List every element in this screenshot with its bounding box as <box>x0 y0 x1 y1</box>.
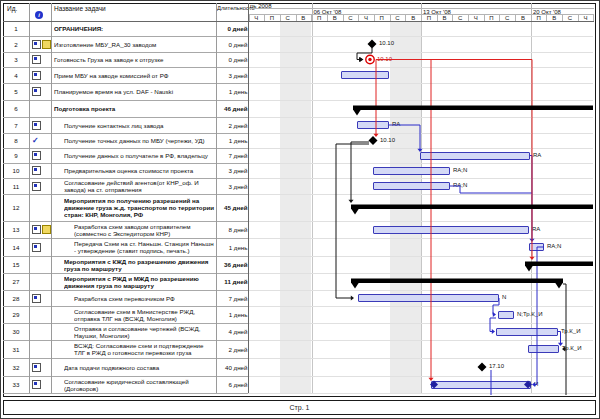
table-row[interactable]: 7Получение контактных лиц завода2 дней <box>3 117 248 133</box>
gantt-task-bar[interactable] <box>358 294 499 302</box>
indicator-cell[interactable] <box>30 67 54 83</box>
task-id-cell[interactable]: 28 <box>3 290 29 306</box>
task-id-cell[interactable]: 7 <box>3 117 29 133</box>
task-id-cell[interactable]: 6 <box>3 100 29 117</box>
duration-cell[interactable]: 11 дней <box>216 273 251 290</box>
table-row[interactable]: 13Разработка схем заводом отправителем (… <box>3 221 248 238</box>
task-id-cell[interactable]: 13 <box>3 221 29 238</box>
task-name-cell[interactable]: Подготовка проекта <box>54 100 216 117</box>
indicator-cell[interactable] <box>30 340 54 358</box>
task-id-cell[interactable]: 33 <box>3 376 29 393</box>
gantt-task-bar[interactable] <box>373 167 450 175</box>
duration-cell[interactable]: 0 дней <box>216 52 251 67</box>
task-name-cell[interactable]: Мероприятия с РЖД и МЖД по разрешению дв… <box>64 273 216 290</box>
indicator-cell[interactable] <box>30 376 54 393</box>
indicator-cell[interactable] <box>30 358 54 376</box>
gantt-task-bar[interactable] <box>357 121 389 129</box>
indicator-cell[interactable] <box>30 273 54 290</box>
task-id-cell[interactable]: 8 <box>3 133 29 148</box>
task-name-cell[interactable]: Прием МБУ на заводе комиссией от РФ <box>54 67 216 83</box>
duration-cell[interactable]: 0 дней <box>216 36 251 52</box>
task-id-cell[interactable]: 27 <box>3 273 29 290</box>
duration-cell[interactable]: 45 дней <box>216 194 251 221</box>
indicator-cell[interactable] <box>30 306 54 323</box>
task-name-cell[interactable]: Изготовление МБУ_RA_30 заводом <box>54 36 216 52</box>
table-row[interactable]: 6Подготовка проекта46 дней <box>3 100 248 117</box>
table-row[interactable]: 15Мероприятия с КЖД по разрешению движен… <box>3 256 248 273</box>
table-row[interactable]: 33Согласование юридической составляющей … <box>3 376 248 393</box>
task-name-cell[interactable]: Дата подачи подвижного состава <box>64 358 216 376</box>
table-row[interactable]: 28Разработка схем перевозчиком РФ7 дней <box>3 290 248 306</box>
duration-cell[interactable]: 3 дней <box>216 178 251 194</box>
gantt-task-bar[interactable] <box>431 381 531 389</box>
indicator-cell[interactable] <box>30 221 54 238</box>
gantt-task-bar[interactable] <box>498 311 514 319</box>
table-row[interactable]: 14Передача Схем на ст. Наньшн. Станция Н… <box>3 238 248 256</box>
duration-cell[interactable]: 1 день <box>216 238 251 256</box>
task-name-cell[interactable]: Предварительная оценка стоимости проекта <box>64 163 216 178</box>
task-name-cell[interactable]: Разработка схем заводом отправителем (со… <box>74 221 216 238</box>
duration-cell[interactable]: 36 дней <box>216 256 251 273</box>
task-name-cell[interactable]: Отправка и согласование чертежей (ВСЖД, … <box>74 323 216 340</box>
task-name-cell[interactable]: Разработка схем перевозчиком РФ <box>74 290 216 306</box>
gantt-task-bar[interactable] <box>373 226 529 234</box>
task-name-cell[interactable]: Получение точных данных по МБУ (чертежи,… <box>64 133 216 148</box>
indicator-cell[interactable] <box>30 163 54 178</box>
indicator-cell[interactable] <box>30 117 54 133</box>
task-id-cell[interactable]: 10 <box>3 163 29 178</box>
task-name-cell[interactable]: Согласование юридической составляющей (Д… <box>64 376 216 393</box>
table-row[interactable]: 29Согласование схем в Министерстве РЖД, … <box>3 306 248 323</box>
gantt-task-bar[interactable] <box>529 243 544 251</box>
table-row[interactable]: 31ВСЖД: Согласование схем и подтверждени… <box>3 340 248 358</box>
task-id-cell[interactable]: 11 <box>3 178 29 194</box>
table-row[interactable]: 2Изготовление МБУ_RA_30 заводом0 дней <box>3 36 248 52</box>
duration-cell[interactable]: 1 день <box>216 83 251 100</box>
table-row[interactable]: 4Прием МБУ на заводе комиссией от РФ3 дн… <box>3 67 248 83</box>
indicator-cell[interactable] <box>30 238 54 256</box>
task-id-cell[interactable]: 9 <box>3 148 29 163</box>
task-name-cell[interactable]: Согласование схем в Министерстве РЖД, от… <box>74 306 216 323</box>
duration-cell[interactable]: 3 дней <box>216 163 251 178</box>
task-name-cell[interactable]: Мероприятия с КЖД по разрешению движения… <box>64 256 216 273</box>
table-row[interactable]: 32Дата подачи подвижного состава40 дней <box>3 358 248 376</box>
indicator-cell[interactable] <box>30 100 54 117</box>
duration-cell[interactable]: 2 дней <box>216 340 251 358</box>
table-row[interactable]: 12Мероприятия по получению разрешений на… <box>3 194 248 221</box>
duration-cell[interactable]: 3 дней <box>216 67 251 83</box>
gantt-task-bar[interactable] <box>373 182 450 190</box>
task-name-cell[interactable]: ВСЖД: Согласование схем и подтверждение … <box>74 340 216 358</box>
gantt-task-bar[interactable] <box>496 328 558 336</box>
indicator-cell[interactable] <box>30 323 54 340</box>
duration-cell[interactable]: 4 дней <box>216 323 251 340</box>
table-row[interactable]: 10Предварительная оценка стоимости проек… <box>3 163 248 178</box>
indicator-cell[interactable] <box>30 21 54 36</box>
duration-cell[interactable]: 7 дней <box>216 148 251 163</box>
task-id-cell[interactable]: 3 <box>3 52 29 67</box>
indicator-cell[interactable] <box>30 290 54 306</box>
duration-cell[interactable]: 1 день <box>216 133 251 148</box>
indicator-cell[interactable] <box>30 83 54 100</box>
task-id-cell[interactable]: 12 <box>3 194 29 221</box>
task-name-cell[interactable]: Готовность Груза на заводе к отгрузке <box>54 52 216 67</box>
task-id-cell[interactable]: 30 <box>3 323 29 340</box>
table-row[interactable]: 30Отправка и согласование чертежей (ВСЖД… <box>3 323 248 340</box>
duration-cell[interactable]: 0 дней <box>216 21 251 36</box>
task-id-cell[interactable]: 5 <box>3 83 29 100</box>
task-id-cell[interactable]: 29 <box>3 306 29 323</box>
duration-cell[interactable]: 2 дней <box>216 117 251 133</box>
gantt-task-bar[interactable] <box>528 345 559 353</box>
gantt-task-bar[interactable] <box>341 71 389 79</box>
table-row[interactable]: 11Согласование действий агентов(от КНР_о… <box>3 178 248 194</box>
indicator-cell[interactable] <box>30 148 54 163</box>
task-name-cell[interactable]: Получение контактных лиц завода <box>64 117 216 133</box>
table-row[interactable]: 9Получение данных о получателе в РФ, вла… <box>3 148 248 163</box>
gantt-task-bar[interactable] <box>420 152 530 160</box>
indicator-cell[interactable] <box>30 36 54 52</box>
task-id-cell[interactable]: 32 <box>3 358 29 376</box>
task-name-cell[interactable]: Передача Схем на ст. Наньшн. Станция Нан… <box>74 238 216 256</box>
table-row[interactable]: 5Планируемое время на усл. DAF - Nauski1… <box>3 83 248 100</box>
indicator-cell[interactable]: ✓ <box>30 133 54 148</box>
task-name-cell[interactable]: Согласование действий агентов(от КНР_оф.… <box>64 178 216 194</box>
duration-cell[interactable]: 46 дней <box>216 100 251 117</box>
task-name-cell[interactable]: Получение данных о получателе в РФ, влад… <box>64 148 216 163</box>
